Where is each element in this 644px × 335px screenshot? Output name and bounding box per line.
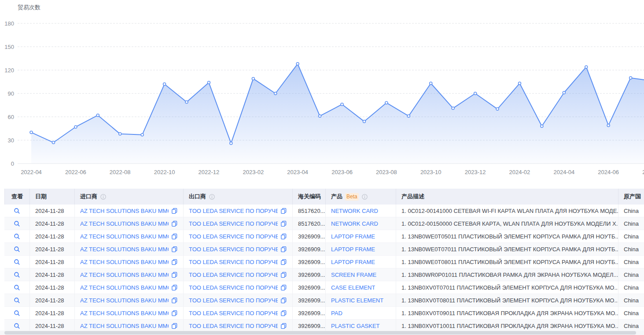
exporter-link[interactable]: TOO LEDA SERVICE ПО ПОРУЧЕН... <box>189 310 278 316</box>
data-point-2023-03[interactable] <box>274 92 277 95</box>
view-record-button[interactable] <box>14 297 20 304</box>
data-point-2022-09[interactable] <box>141 134 144 136</box>
importer-link[interactable]: AZ TECH SOLUTIONS BAKU MMC <box>80 220 169 227</box>
product-link[interactable]: NETWORK CARD <box>331 208 378 214</box>
data-point-2024-05[interactable] <box>585 66 588 68</box>
view-record-button[interactable] <box>14 220 20 227</box>
data-point-2023-04[interactable] <box>296 63 299 65</box>
exporter-link[interactable]: TOO LEDA SERVICE ПО ПОРУЧЕН... <box>189 323 278 329</box>
data-point-2024-06[interactable] <box>607 124 610 127</box>
copy-exporter-button[interactable] <box>280 246 287 253</box>
copy-importer-button[interactable] <box>171 208 178 214</box>
date-value: 2024-11-28 <box>35 323 64 329</box>
copy-importer-button[interactable] <box>171 297 178 304</box>
exporter-link[interactable]: TOO LEDA SERVICE ПО ПОРУЧЕН... <box>189 208 278 214</box>
exporter-link[interactable]: TOO LEDA SERVICE ПО ПОРУЧЕН... <box>189 220 278 227</box>
data-point-2024-07[interactable] <box>629 77 632 79</box>
copy-importer-button[interactable] <box>171 220 178 227</box>
data-point-2022-10[interactable] <box>163 83 166 86</box>
copy-exporter-button[interactable] <box>280 233 287 240</box>
data-point-2022-06[interactable] <box>74 126 77 128</box>
copy-exporter-button[interactable] <box>280 310 287 316</box>
copy-exporter-button[interactable] <box>280 272 287 278</box>
importer-link[interactable]: AZ TECH SOLUTIONS BAKU MMC <box>80 310 169 316</box>
product-link[interactable]: PAD <box>331 310 342 316</box>
importer-link[interactable]: AZ TECH SOLUTIONS BAKU MMC <box>80 233 169 240</box>
data-point-2022-05[interactable] <box>52 141 55 144</box>
info-icon[interactable] <box>361 194 368 200</box>
product-link[interactable]: LAPTOP FRAME <box>331 233 375 240</box>
copy-exporter-button[interactable] <box>280 284 287 291</box>
exporter-link[interactable]: TOO LEDA SERVICE ПО ПОРУЧЕН... <box>189 259 278 265</box>
importer-link[interactable]: AZ TECH SOLUTIONS BAKU MMC <box>80 323 169 329</box>
data-point-2024-01[interactable] <box>496 108 499 110</box>
data-point-2023-10[interactable] <box>430 82 432 85</box>
description-value: 1. 13NB0WE0T08011 ПЛАСТИКОВЫЙ ЭЛЕМЕНТ КО… <box>401 259 618 265</box>
exporter-link[interactable]: TOO LEDA SERVICE ПО ПОРУЧЕН... <box>189 284 278 291</box>
scrollbar-thumb[interactable] <box>4 331 636 335</box>
importer-cell: AZ TECH SOLUTIONS BAKU MMC <box>75 281 184 294</box>
y-axis-tick-label: 60 <box>8 114 14 120</box>
data-point-2024-02[interactable] <box>518 82 521 85</box>
data-point-2022-12[interactable] <box>207 81 210 84</box>
data-point-2023-11[interactable] <box>452 107 454 110</box>
copy-importer-button[interactable] <box>171 259 178 265</box>
copy-importer-button[interactable] <box>171 246 178 253</box>
copy-importer-button[interactable] <box>171 310 178 316</box>
view-record-button[interactable] <box>14 259 20 265</box>
copy-importer-button[interactable] <box>171 233 178 240</box>
product-link[interactable]: SCREEN FRAME <box>331 272 376 278</box>
copy-exporter-button[interactable] <box>280 220 287 227</box>
data-point-2023-05[interactable] <box>319 115 321 117</box>
horizontal-scrollbar[interactable] <box>0 331 644 335</box>
view-record-button[interactable] <box>14 233 20 240</box>
product-link[interactable]: NETWORK CARD <box>331 220 378 227</box>
copy-icon <box>171 310 178 316</box>
copy-importer-button[interactable] <box>171 272 178 278</box>
importer-link[interactable]: AZ TECH SOLUTIONS BAKU MMC <box>80 297 169 304</box>
importer-link[interactable]: AZ TECH SOLUTIONS BAKU MMC <box>80 284 169 291</box>
view-record-button[interactable] <box>14 272 20 278</box>
info-icon[interactable] <box>209 194 215 200</box>
view-record-button[interactable] <box>14 323 20 329</box>
data-point-2022-07[interactable] <box>96 114 99 116</box>
product-link[interactable]: CASE ELEMENT <box>331 284 375 291</box>
exporter-link[interactable]: TOO LEDA SERVICE ПО ПОРУЧЕН... <box>189 272 278 278</box>
importer-link[interactable]: AZ TECH SOLUTIONS BAKU MMC <box>80 259 169 265</box>
importer-link[interactable]: AZ TECH SOLUTIONS BAKU MMC <box>80 208 169 214</box>
data-point-2022-04[interactable] <box>30 131 33 134</box>
exporter-link[interactable]: TOO LEDA SERVICE ПО ПОРУЧЕН... <box>189 233 278 240</box>
data-point-2023-02[interactable] <box>252 77 254 80</box>
product-link[interactable]: PLASTIC ELEMENT <box>331 297 383 304</box>
data-point-2023-06[interactable] <box>341 103 343 106</box>
exporter-link[interactable]: TOO LEDA SERVICE ПО ПОРУЧЕН... <box>189 297 278 304</box>
view-record-button[interactable] <box>14 284 20 291</box>
view-record-button[interactable] <box>14 246 20 253</box>
product-link[interactable]: LAPTOP FRAME <box>331 246 375 253</box>
data-point-2023-09[interactable] <box>407 115 410 117</box>
view-record-button[interactable] <box>14 310 20 316</box>
copy-exporter-button[interactable] <box>280 208 287 214</box>
data-point-2022-11[interactable] <box>185 100 188 103</box>
data-point-2024-03[interactable] <box>541 125 543 127</box>
data-point-2023-07[interactable] <box>363 120 365 123</box>
data-point-2022-08[interactable] <box>119 133 121 135</box>
copy-exporter-button[interactable] <box>280 323 287 329</box>
x-axis-tick-label: 2022-06 <box>65 169 86 175</box>
copy-importer-button[interactable] <box>171 323 178 329</box>
data-point-2023-01[interactable] <box>230 142 232 145</box>
info-icon[interactable] <box>100 194 107 200</box>
copy-importer-button[interactable] <box>171 284 178 291</box>
importer-link[interactable]: AZ TECH SOLUTIONS BAKU MMC <box>80 246 169 253</box>
data-point-2023-12[interactable] <box>474 92 477 95</box>
data-point-2024-04[interactable] <box>563 91 565 94</box>
data-point-2023-08[interactable] <box>385 101 388 104</box>
copy-exporter-button[interactable] <box>280 297 287 304</box>
importer-link[interactable]: AZ TECH SOLUTIONS BAKU MMC <box>80 272 169 278</box>
exporter-link[interactable]: TOO LEDA SERVICE ПО ПОРУЧЕН... <box>189 246 278 253</box>
product-link[interactable]: PLASTIC GASKET <box>331 323 380 329</box>
product-link[interactable]: LAPTOP FRAME <box>331 259 375 265</box>
copy-exporter-button[interactable] <box>280 259 287 265</box>
view-record-button[interactable] <box>14 208 20 214</box>
search-icon <box>14 233 20 240</box>
